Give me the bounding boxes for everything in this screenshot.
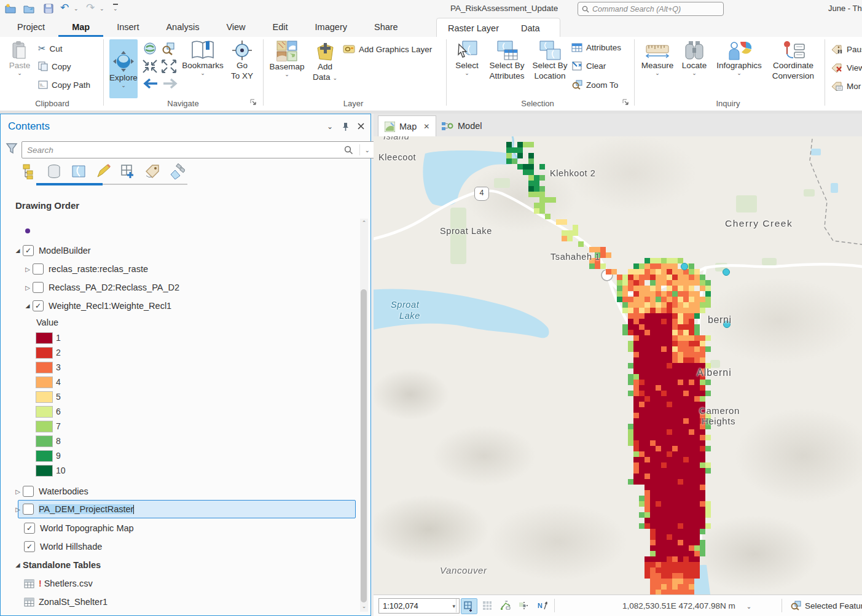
table-row-zonalst[interactable]: ZonalSt_Shelter1: [24, 593, 108, 610]
copy-button[interactable]: Copy: [38, 61, 71, 71]
layer-label-renaming[interactable]: PA_DEM_ProjectRaster: [39, 504, 133, 514]
cut-button[interactable]: ✂Cut: [38, 43, 63, 54]
infographics-button[interactable]: Infographics⌄: [711, 41, 767, 76]
redo-icon[interactable]: ↷: [86, 1, 95, 14]
pane-close-icon[interactable]: [357, 122, 367, 132]
previous-extent-icon[interactable]: [143, 77, 159, 90]
layer-row-waterbodies[interactable]: ▷ Waterbodies: [14, 483, 88, 500]
select-button[interactable]: Select⌄: [452, 41, 482, 76]
tab-raster-layer[interactable]: Raster Layer: [437, 23, 510, 33]
full-extent-icon[interactable]: [143, 42, 157, 55]
list-by-visibility-tab[interactable]: [71, 163, 87, 179]
layer-row-reclass-pa-d2[interactable]: ▷ Reclass_PA_D2:Reclass_PA_D2: [24, 279, 179, 296]
redo-dropdown-icon[interactable]: ⌄: [100, 6, 104, 12]
pane-menu-chevron-icon[interactable]: ⌄: [325, 122, 335, 132]
contents-search-input[interactable]: Search ⌄: [22, 141, 375, 158]
map-canvas[interactable]: 4 Island Kleecoot Klehkoot 2 Sproat Lake…: [374, 136, 862, 595]
pause-labeling-button[interactable]: Paus: [831, 44, 862, 54]
more-labeling-button[interactable]: Mor: [831, 81, 861, 91]
zoom-to-selection-icon[interactable]: [162, 42, 175, 55]
view-tab-map[interactable]: Map ✕: [378, 115, 436, 137]
checkbox[interactable]: [23, 486, 34, 497]
checkbox[interactable]: ✓: [24, 523, 35, 534]
collapse-icon[interactable]: ◢: [14, 248, 22, 254]
list-by-labeling-tab[interactable]: [144, 163, 160, 179]
grid-icon[interactable]: [479, 598, 495, 613]
layer-row-weighte-recl1[interactable]: ◢ ✓ Weighte_Recl1:Weighte_Recl1: [24, 297, 171, 314]
command-search-input[interactable]: Command Search (Alt+Q): [578, 2, 724, 16]
search-options-chevron-icon[interactable]: ⌄: [365, 147, 370, 154]
select-by-attributes-button[interactable]: Select ByAttributes: [484, 41, 530, 81]
checkbox[interactable]: [33, 282, 44, 293]
copy-path-button[interactable]: \\.. Copy Path: [38, 80, 90, 90]
ribbon-tab-imagery[interactable]: Imagery: [302, 17, 361, 37]
snapping-icon[interactable]: [516, 598, 531, 613]
paste-button[interactable]: Paste⌄: [6, 41, 33, 76]
measure-button[interactable]: Measure⌄: [639, 41, 676, 76]
tab-data[interactable]: Data: [510, 23, 551, 33]
collapse-icon[interactable]: ◢: [14, 562, 22, 568]
next-extent-icon[interactable]: [162, 77, 178, 90]
scroll-up-icon[interactable]: ⌃: [360, 220, 368, 226]
layer-row-world-topographic-map[interactable]: ✓ World Topographic Map: [23, 520, 134, 537]
bookmarks-button[interactable]: Bookmarks⌄: [183, 41, 222, 76]
selection-launcher-icon[interactable]: [622, 98, 630, 107]
layer-row-world-hillshade[interactable]: ✓ World Hillshade: [23, 538, 102, 555]
scroll-down-icon[interactable]: ⌄: [360, 603, 368, 609]
ribbon-tab-view[interactable]: View: [213, 17, 259, 37]
ribbon-tab-map[interactable]: Map: [58, 17, 103, 37]
checkbox[interactable]: ✓: [33, 300, 44, 311]
checkbox[interactable]: [33, 263, 44, 275]
close-view-icon[interactable]: ✕: [423, 122, 429, 131]
pane-pin-icon[interactable]: [341, 122, 351, 132]
edit-vertices-icon[interactable]: [498, 598, 513, 613]
expand-icon[interactable]: ▷: [24, 284, 31, 291]
locate-button[interactable]: Locate⌄: [678, 41, 710, 76]
expand-icon[interactable]: ▷: [14, 506, 22, 513]
select-by-location-button[interactable]: Select ByLocation: [531, 41, 569, 81]
open-project-icon[interactable]: [23, 3, 34, 14]
ribbon-tab-share[interactable]: Share: [361, 17, 412, 37]
layer-row-pa-dem-projectraster[interactable]: ▷ PA_DEM_ProjectRaster: [14, 501, 134, 518]
layer-row-reclas-raste[interactable]: ▷ reclas_raste:reclas_raste: [24, 260, 148, 278]
list-by-snapping-tab[interactable]: [120, 163, 136, 179]
coordinates-chevron-icon[interactable]: ⌄: [746, 603, 751, 610]
checkbox[interactable]: ✓: [23, 245, 34, 256]
table-row-shetlers[interactable]: ! Shetlers.csv: [24, 575, 93, 592]
coordinate-conversion-button[interactable]: CoordinateConversion: [768, 41, 818, 81]
ribbon-tab-insert[interactable]: Insert: [103, 17, 152, 37]
contents-scrollbar[interactable]: ⌃ ⌄: [360, 219, 368, 612]
add-data-button[interactable]: Add Data ⌄: [311, 41, 339, 82]
undo-dropdown-icon[interactable]: ⌄: [74, 6, 79, 12]
expand-icon[interactable]: ▷: [14, 488, 22, 495]
filter-icon[interactable]: [6, 142, 18, 155]
list-by-drawing-order-tab[interactable]: [22, 163, 37, 179]
selected-features-button[interactable]: Selected Feature: [790, 601, 862, 610]
undo-icon[interactable]: ↶: [60, 1, 69, 14]
add-graphics-layer-button[interactable]: Add Graphics Layer: [343, 44, 432, 54]
zoom-to-selection-button[interactable]: Zoom To: [571, 80, 618, 90]
fixed-zoom-in-icon[interactable]: [142, 59, 158, 74]
checkbox[interactable]: ✓: [24, 541, 35, 552]
ribbon-tab-analysis[interactable]: Analysis: [152, 17, 213, 37]
expand-icon[interactable]: ▷: [24, 266, 31, 273]
customize-quick-access-icon[interactable]: ⌄: [113, 4, 118, 12]
ribbon-tab-edit[interactable]: Edit: [259, 17, 302, 37]
list-by-charts-tab[interactable]: [169, 163, 185, 179]
basemap-button[interactable]: Basemap⌄: [268, 41, 306, 77]
explore-button[interactable]: Explore⌄: [109, 39, 138, 98]
ribbon-tab-project[interactable]: Project: [4, 17, 58, 37]
save-project-icon[interactable]: [43, 3, 54, 14]
list-by-editing-tab[interactable]: [95, 163, 111, 179]
go-to-xy-button[interactable]: GoTo XY: [226, 41, 258, 81]
north-arrow-icon[interactable]: N: [535, 598, 550, 613]
scrollbar-thumb[interactable]: [361, 289, 367, 602]
attributes-button[interactable]: Attributes: [571, 43, 621, 52]
fixed-zoom-out-icon[interactable]: [161, 59, 177, 74]
list-by-data-source-tab[interactable]: [46, 163, 62, 179]
map-frame-icon[interactable]: [461, 598, 477, 614]
checkbox[interactable]: [23, 504, 34, 515]
collapse-icon[interactable]: ◢: [24, 303, 31, 309]
view-tab-model[interactable]: Model: [435, 115, 488, 136]
clear-selection-button[interactable]: Clear: [571, 61, 606, 71]
